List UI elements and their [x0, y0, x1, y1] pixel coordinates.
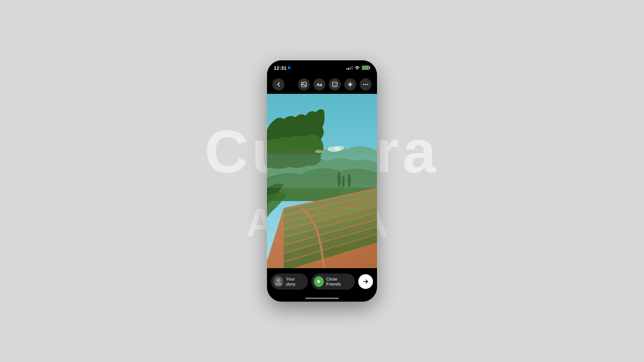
more-dots-icon: [363, 84, 368, 85]
svg-point-10: [367, 84, 368, 85]
wifi-icon: [355, 66, 360, 70]
back-button[interactable]: [272, 78, 284, 90]
send-button[interactable]: [358, 274, 373, 289]
vineyard-landscape: [267, 94, 377, 268]
close-friends-icon: [314, 276, 324, 287]
your-story-label: Your story: [286, 277, 303, 287]
toolbar-tools: Aa: [298, 78, 372, 90]
svg-rect-1: [370, 67, 370, 68]
bottom-action-bar: Your story Close Friends: [267, 268, 377, 295]
status-bar: 12:31: [267, 60, 377, 75]
your-story-button[interactable]: Your story: [271, 274, 308, 290]
svg-point-6: [334, 83, 334, 84]
svg-rect-2: [363, 67, 369, 69]
close-friends-label: Close Friends: [326, 277, 350, 287]
signal-icon: [346, 66, 353, 70]
photo-sticker-button[interactable]: [298, 78, 310, 90]
svg-point-7: [335, 83, 336, 84]
sticker-icon: [332, 81, 338, 87]
more-button[interactable]: [360, 78, 372, 90]
story-toolbar: Aa: [267, 75, 377, 94]
status-icons: [346, 66, 370, 70]
svg-point-19: [276, 278, 280, 282]
move-icon: [347, 81, 353, 87]
close-friends-button[interactable]: Close Friends: [311, 274, 355, 290]
svg-point-17: [334, 146, 344, 150]
status-time: 12:31: [274, 65, 290, 71]
text-tool-button[interactable]: Aa: [313, 78, 325, 90]
svg-point-9: [365, 84, 366, 85]
location-icon: [288, 66, 290, 69]
user-avatar: [274, 276, 283, 287]
sticker-button[interactable]: [329, 78, 341, 90]
home-bar: [305, 298, 339, 299]
battery-icon: [362, 66, 370, 70]
svg-rect-5: [332, 82, 337, 87]
send-arrow-icon: [362, 278, 369, 285]
svg-point-18: [315, 150, 323, 153]
svg-point-8: [363, 84, 364, 85]
home-indicator: [267, 295, 377, 302]
back-icon: [276, 82, 281, 87]
svg-rect-15: [267, 154, 377, 188]
story-image-area: [267, 94, 377, 268]
photo-frame-icon: [301, 81, 307, 87]
text-tool-label: Aa: [317, 82, 322, 87]
layout-button[interactable]: [344, 78, 356, 90]
phone-frame: 12:31: [267, 60, 377, 302]
